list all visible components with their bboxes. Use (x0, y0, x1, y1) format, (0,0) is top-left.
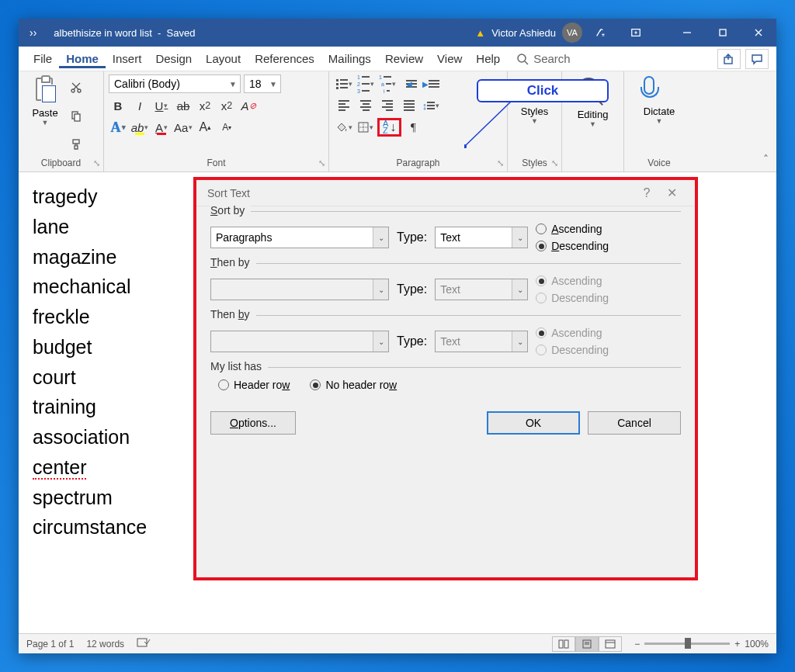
tab-references[interactable]: References (248, 49, 321, 68)
web-layout-button[interactable] (599, 636, 622, 652)
highlight-button[interactable]: ab▾ (130, 118, 149, 137)
justify-button[interactable] (399, 96, 419, 115)
sort-by-type-combo[interactable]: Text⌄ (435, 227, 528, 248)
descending-radio[interactable]: Descending (536, 240, 609, 252)
font-name-combo[interactable]: Calibri (Body)▼ (109, 74, 241, 93)
close-button[interactable] (741, 19, 776, 47)
bold-button[interactable]: B (109, 96, 127, 115)
dialog-launcher-icon[interactable]: ⤡ (551, 158, 558, 168)
help-button[interactable]: ? (634, 186, 659, 200)
sort-by-field-combo[interactable]: Paragraphs⌄ (210, 227, 389, 248)
underline-button[interactable]: U▾ (152, 96, 171, 115)
text-effects-button[interactable]: A▾ (109, 118, 127, 137)
subscript-button[interactable]: x2 (196, 96, 214, 115)
shading-button[interactable]: ▾ (334, 118, 354, 137)
zoom-level[interactable]: 100% (745, 639, 769, 649)
font-size-combo[interactable]: 18▼ (244, 74, 281, 93)
grow-font-button[interactable]: A▴ (196, 118, 214, 137)
superscript-button[interactable]: x2 (217, 96, 236, 115)
avatar: VA (562, 23, 582, 43)
cancel-button[interactable]: Cancel (588, 411, 681, 435)
minimize-button[interactable] (669, 19, 705, 47)
increase-indent-button[interactable]: ▶ (421, 74, 441, 93)
shrink-font-button[interactable]: A▾ (217, 118, 236, 137)
tab-home[interactable]: Home (59, 49, 106, 68)
read-mode-button[interactable] (552, 636, 575, 652)
no-header-row-radio[interactable]: No header row (310, 379, 397, 391)
chevron-down-icon: ⌄ (512, 279, 527, 300)
change-case-button[interactable]: Aa▾ (174, 118, 193, 137)
dialog-launcher-icon[interactable]: ⤡ (318, 158, 325, 168)
options-button[interactable]: Options... (210, 411, 296, 435)
dictate-button[interactable]: Dictate ▼ (644, 76, 675, 125)
zoom-in-button[interactable]: + (734, 639, 740, 649)
list-item: court (33, 362, 147, 393)
search-box[interactable]: Search (516, 52, 571, 65)
comments-button[interactable] (745, 49, 769, 69)
ok-button[interactable]: OK (487, 411, 580, 435)
numbering-button[interactable]: 123▾ (356, 74, 376, 93)
tab-file[interactable]: File (26, 49, 59, 68)
maximize-button[interactable] (705, 19, 741, 47)
document-area[interactable]: tragedy lane magazine mechanical freckle… (19, 172, 776, 633)
qat-more-icon[interactable]: ›› (19, 26, 47, 39)
share-icon (723, 53, 735, 65)
tab-view[interactable]: View (430, 49, 469, 68)
close-button[interactable]: ✕ (659, 185, 684, 200)
zoom-slider[interactable]: − + 100% (634, 639, 769, 649)
word-count[interactable]: 12 words (86, 639, 124, 649)
bullets-button[interactable]: ▾ (334, 74, 354, 93)
clipboard-icon (31, 74, 59, 107)
align-left-button[interactable] (334, 96, 354, 115)
strikethrough-button[interactable]: ab (174, 96, 193, 115)
align-right-button[interactable] (377, 96, 398, 115)
then-by-field-combo[interactable]: ⌄ (210, 279, 389, 300)
tab-help[interactable]: Help (469, 49, 507, 68)
view-buttons (552, 636, 622, 652)
chevron-down-icon: ▼ (229, 80, 237, 88)
tab-review[interactable]: Review (378, 49, 430, 68)
line-spacing-button[interactable]: ↕▾ (421, 96, 441, 115)
tab-design[interactable]: Design (148, 49, 199, 68)
collapse-ribbon-button[interactable]: ˄ (763, 153, 769, 165)
page-indicator[interactable]: Page 1 of 1 (26, 639, 74, 649)
dialog-launcher-icon[interactable]: ⤡ (93, 158, 100, 168)
tab-mailings[interactable]: Mailings (321, 49, 378, 68)
zoom-out-button[interactable]: − (634, 639, 640, 649)
svg-rect-20 (564, 640, 568, 648)
italic-button[interactable]: I (130, 96, 149, 115)
titlebar-user[interactable]: ▲ Victor Ashiedu VA (475, 23, 582, 43)
header-row-radio[interactable]: Header row (218, 379, 290, 391)
simplify-ribbon-icon[interactable] (582, 19, 618, 47)
ribbon: Paste ▼ Clipboard ⤡ Calibri (Body)▼ 18▼ … (19, 71, 776, 172)
copy-button[interactable] (70, 109, 85, 123)
borders-button[interactable]: ▾ (356, 118, 376, 137)
show-hide-button[interactable]: ¶ (403, 118, 423, 137)
multilevel-list-button[interactable]: 1ai▾ (377, 74, 398, 93)
decrease-indent-button[interactable]: ◀ (399, 74, 419, 93)
proofing-icon[interactable] (137, 637, 151, 650)
paste-button[interactable]: Paste ▼ (23, 74, 67, 156)
cut-button[interactable] (70, 81, 85, 95)
chevron-down-icon: ⌄ (373, 331, 388, 352)
tab-insert[interactable]: Insert (106, 49, 149, 68)
ascending-radio: Ascending (536, 327, 609, 339)
sort-button[interactable]: AZ↓ (377, 118, 401, 137)
chevron-down-icon: ▼ (578, 120, 609, 128)
tab-layout[interactable]: Layout (199, 49, 248, 68)
clear-formatting-button[interactable]: A⊘ (239, 96, 258, 115)
format-painter-button[interactable] (70, 138, 85, 152)
word-window: ›› albethisize in word list - Saved ▲ Vi… (19, 19, 776, 653)
dialog-launcher-icon[interactable]: ⤡ (497, 158, 504, 168)
callout-pointer (464, 102, 519, 148)
align-center-button[interactable] (356, 96, 376, 115)
font-color-button[interactable]: A▾ (152, 118, 171, 137)
share-button[interactable] (717, 49, 741, 69)
list-item: association (33, 422, 147, 452)
svg-rect-11 (75, 114, 80, 121)
dialog-title: Sort Text (207, 187, 250, 199)
ascending-radio[interactable]: Ascending (536, 223, 609, 235)
ribbon-display-icon[interactable] (618, 19, 654, 47)
list-item: magazine (33, 242, 147, 272)
print-layout-button[interactable] (575, 636, 599, 652)
